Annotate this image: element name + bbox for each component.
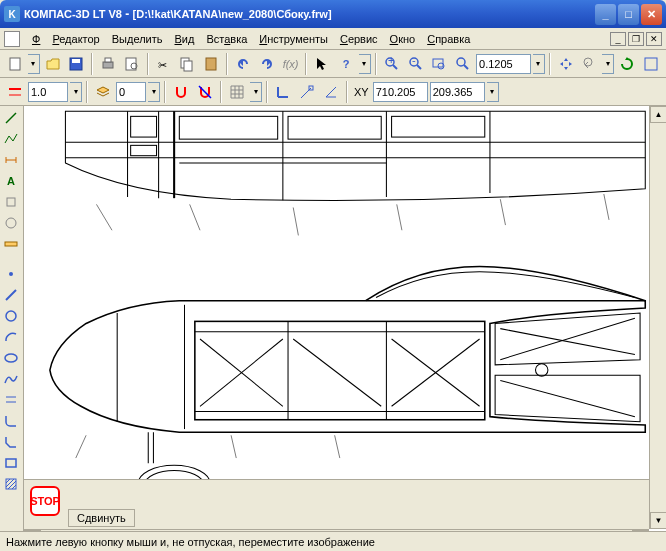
vertical-scrollbar[interactable]: ▲ ▼ — [649, 106, 666, 529]
menu-select[interactable]: Выделить — [106, 31, 169, 47]
printer-icon — [100, 56, 116, 72]
stop-button[interactable]: STOP — [30, 486, 60, 516]
menu-help[interactable]: Справка — [421, 31, 476, 47]
svg-line-20 — [464, 65, 468, 69]
circle-tool[interactable] — [0, 306, 22, 326]
offset-tool[interactable] — [0, 390, 22, 410]
undo-button[interactable] — [232, 53, 254, 75]
layer-input[interactable] — [116, 82, 146, 102]
mdi-minimize-button[interactable]: _ — [610, 32, 626, 46]
fx-button[interactable]: f(x) — [280, 53, 302, 75]
arc-tool[interactable] — [0, 327, 22, 347]
redo-button[interactable] — [256, 53, 278, 75]
zoom-window-button[interactable] — [428, 53, 450, 75]
line-tool[interactable] — [0, 285, 22, 305]
menu-file[interactable]: Ф — [26, 31, 46, 47]
fillet-tool[interactable] — [0, 411, 22, 431]
zoom-scale-button[interactable] — [452, 53, 474, 75]
linewidth-dropdown[interactable]: ▾ — [70, 82, 82, 102]
cursor-button[interactable] — [311, 53, 333, 75]
help-cursor-button[interactable]: ? — [335, 53, 357, 75]
mdi-close-button[interactable]: ✕ — [646, 32, 662, 46]
grid-button[interactable] — [226, 81, 248, 103]
polyline-tool[interactable] — [0, 129, 22, 149]
svg-rect-34 — [5, 242, 17, 246]
zoom-out-button[interactable]: - — [405, 53, 427, 75]
hatch-tool[interactable] — [0, 474, 22, 494]
layer-dropdown[interactable]: ▾ — [148, 82, 160, 102]
hatch-icon — [3, 476, 19, 492]
svg-point-33 — [6, 218, 16, 228]
scroll-up-button[interactable]: ▲ — [650, 106, 666, 123]
svg-rect-52 — [288, 116, 381, 139]
svg-rect-53 — [392, 116, 485, 137]
undo-icon — [235, 56, 251, 72]
new-button[interactable] — [4, 53, 26, 75]
pan-button[interactable] — [555, 53, 577, 75]
menu-insert[interactable]: Вставка — [200, 31, 253, 47]
svg-line-82 — [500, 329, 635, 355]
geometry-tool[interactable] — [0, 108, 22, 128]
cut-button[interactable]: ✂ — [153, 53, 175, 75]
property-panel: STOP Сдвинуть — [24, 479, 649, 529]
snap-off-button[interactable] — [194, 81, 216, 103]
scroll-down-button[interactable]: ▼ — [650, 512, 666, 529]
grid-dropdown[interactable]: ▾ — [250, 82, 262, 102]
print-button[interactable] — [97, 53, 119, 75]
edit-tool[interactable] — [0, 192, 22, 212]
ellipse-tool[interactable] — [0, 348, 22, 368]
text-tool[interactable]: A — [0, 171, 22, 191]
preview-button[interactable] — [121, 53, 143, 75]
rect-tool[interactable] — [0, 453, 22, 473]
svg-point-37 — [6, 311, 16, 321]
coord-dropdown[interactable]: ▾ — [487, 82, 499, 102]
canvas[interactable]: ✈RC-Aviation.ru STOP Сдвинуть ◄ ► ▲ ▼ — [24, 106, 666, 546]
segment-icon — [3, 287, 19, 303]
zoom-fit-button[interactable] — [640, 53, 662, 75]
point-tool[interactable] — [0, 264, 22, 284]
menu-editor[interactable]: Редактор — [46, 31, 105, 47]
statusbar: Нажмите левую кнопку мыши и, не отпуская… — [0, 531, 666, 551]
menu-service[interactable]: Сервис — [334, 31, 384, 47]
layer-button[interactable] — [92, 81, 114, 103]
zoom-value-input[interactable] — [476, 54, 531, 74]
folder-open-icon — [45, 56, 61, 72]
maximize-button[interactable]: □ — [618, 4, 639, 25]
menu-window[interactable]: Окно — [384, 31, 422, 47]
menu-view[interactable]: Вид — [169, 31, 201, 47]
chamfer-tool[interactable] — [0, 432, 22, 452]
new-dropdown[interactable]: ▾ — [28, 54, 40, 74]
coord-y-input[interactable] — [430, 82, 485, 102]
save-button[interactable] — [65, 53, 87, 75]
ortho-button[interactable] — [272, 81, 294, 103]
svg-point-19 — [457, 58, 465, 66]
param-tool[interactable] — [0, 213, 22, 233]
zoom-prev-icon — [582, 56, 598, 72]
menu-tools[interactable]: Инструменты — [253, 31, 334, 47]
svg-line-60 — [500, 199, 505, 225]
measure-tool[interactable] — [0, 234, 22, 254]
snap-toggle-button[interactable] — [170, 81, 192, 103]
coord-x-input[interactable] — [373, 82, 428, 102]
linewidth-input[interactable] — [28, 82, 68, 102]
help-dropdown[interactable]: ▾ — [359, 54, 371, 74]
zoom-prev-dropdown[interactable]: ▾ — [602, 54, 614, 74]
close-button[interactable]: ✕ — [641, 4, 662, 25]
paste-button[interactable] — [200, 53, 222, 75]
svg-text:✂: ✂ — [158, 59, 167, 71]
mdi-restore-button[interactable]: ❐ — [628, 32, 644, 46]
spline-tool[interactable] — [0, 369, 22, 389]
zoom-prev-button[interactable] — [579, 53, 601, 75]
linestyle-button[interactable] — [4, 81, 26, 103]
dimension-tool[interactable] — [0, 150, 22, 170]
zoom-in-button[interactable]: + — [381, 53, 403, 75]
spline-icon — [3, 371, 19, 387]
coord-mode-button[interactable] — [320, 81, 342, 103]
minimize-button[interactable]: _ — [595, 4, 616, 25]
snap-end-button[interactable] — [296, 81, 318, 103]
zoom-dropdown[interactable]: ▾ — [533, 54, 545, 74]
open-button[interactable] — [42, 53, 64, 75]
redraw-button[interactable] — [616, 53, 638, 75]
property-tab[interactable]: Сдвинуть — [68, 509, 135, 527]
copy-button[interactable] — [177, 53, 199, 75]
